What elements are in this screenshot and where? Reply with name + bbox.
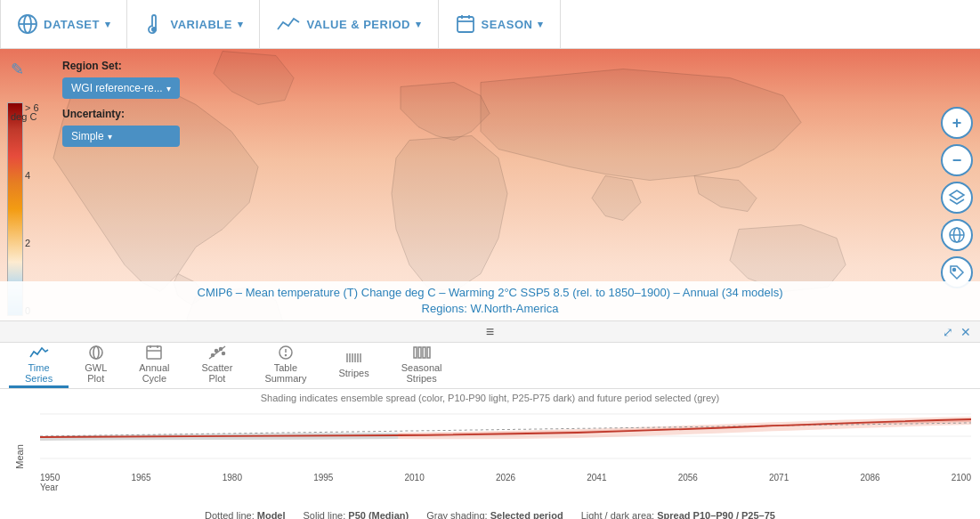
legend-spread: Light / dark area: Spread P10–P90 / P25–… — [581, 510, 775, 519]
tab-table-summary-label: TableSummary — [264, 362, 306, 384]
chart-hint: Shading indicates ensemble spread (color… — [0, 389, 980, 405]
season-label: SEASON — [482, 18, 533, 31]
uncertainty-label: Uncertainty: — [62, 108, 180, 120]
hamburger-icon[interactable]: ≡ — [486, 324, 494, 340]
scatter-plot-icon — [207, 345, 227, 361]
region-set-dropdown[interactable]: WGI reference-re... ▾ — [62, 77, 180, 99]
legend-dotted: Dotted line: Model — [205, 510, 285, 519]
chart-body: Mean 12 4 -4 — [0, 405, 980, 508]
gwl-icon — [86, 345, 106, 361]
svg-rect-34 — [418, 347, 421, 358]
x-label-1965: 1965 — [131, 473, 150, 483]
map-title-line2: Regions: W.North-America — [9, 301, 971, 317]
x-axis-bottom-label: Year — [40, 483, 971, 492]
svg-point-22 — [222, 353, 224, 355]
time-series-icon — [29, 345, 49, 361]
thermometer-icon — [143, 13, 165, 35]
expand-icon[interactable]: ⤢ — [943, 325, 953, 339]
svg-point-3 — [151, 27, 157, 32]
x-label-2056: 2056 — [678, 473, 698, 483]
close-icon[interactable]: ✕ — [960, 325, 971, 339]
value-period-chevron: ▾ — [416, 19, 422, 30]
legend-gray: Gray shading: Selected period — [426, 510, 563, 519]
map-background: > 6 4 2 0 deg C ✎ Region Set: WGI refere… — [0, 49, 980, 320]
svg-rect-4 — [458, 17, 474, 32]
calendar-icon — [455, 13, 476, 35]
svg-point-12 — [953, 269, 956, 272]
layers-button[interactable] — [941, 182, 973, 214]
tab-table-summary[interactable]: TableSummary — [248, 343, 322, 388]
chart-area: Shading indicates ensemble spread (color… — [0, 389, 980, 519]
chart-legend: Dotted line: Model Solid line: P50 (Medi… — [0, 508, 980, 519]
zoom-out-button[interactable]: − — [941, 144, 973, 176]
tab-stripes-label: Stripes — [338, 368, 369, 378]
x-label-1995: 1995 — [313, 473, 333, 483]
x-axis-labels: 1950 1965 1980 1995 2010 2026 2041 2056 … — [40, 473, 971, 483]
scale-label-2: 2 — [25, 238, 39, 248]
variable-chevron: ▾ — [238, 19, 244, 30]
y-axis-label: Mean — [14, 444, 25, 469]
variable-label: VARIABLE — [170, 18, 231, 31]
unit-label: deg C — [11, 111, 36, 122]
chart-svg: 12 4 -4 — [40, 405, 971, 469]
season-chevron: ▾ — [538, 19, 544, 30]
uncertainty-dropdown[interactable]: Simple ▾ — [62, 126, 180, 147]
tab-gwl-plot[interactable]: GWLPlot — [69, 343, 123, 388]
nav-item-value-period[interactable]: VALUE & PERIOD ▾ — [260, 0, 438, 48]
svg-rect-15 — [147, 346, 161, 359]
legend-solid: Solid line: P50 (Median) — [304, 510, 409, 519]
svg-rect-33 — [414, 347, 417, 358]
dataset-label: DATASET — [44, 18, 100, 31]
stripes-icon — [344, 350, 364, 366]
x-label-2071: 2071 — [769, 473, 789, 483]
x-label-2010: 2010 — [405, 473, 425, 483]
chart-line-icon — [276, 13, 301, 35]
region-set-area: Region Set: WGI reference-re... ▾ Uncert… — [62, 60, 180, 147]
tab-annual-cycle[interactable]: AnnualCycle — [123, 343, 185, 388]
bottom-panel: ≡ ⤢ ✕ TimeSeries GWLPlot — [0, 320, 980, 519]
svg-point-13 — [90, 346, 102, 359]
annual-cycle-icon — [144, 345, 164, 361]
layers-icon — [948, 189, 966, 207]
tab-seasonal-stripes-label: SeasonalStripes — [401, 362, 442, 384]
x-label-2100: 2100 — [952, 473, 971, 483]
map-title: CMIP6 – Mean temperature (T) Change deg … — [0, 281, 980, 320]
scale-label-4: 4 — [25, 170, 39, 181]
edit-icon[interactable]: ✎ — [11, 60, 24, 79]
x-label-2041: 2041 — [587, 473, 606, 483]
tab-time-series-label: TimeSeries — [25, 362, 53, 384]
svg-rect-36 — [427, 347, 430, 358]
svg-point-26 — [285, 355, 286, 356]
x-label-2086: 2086 — [860, 473, 879, 483]
nav-item-dataset[interactable]: DATASET ▾ — [0, 0, 127, 48]
region-set-label: Region Set: — [62, 60, 180, 72]
x-label-1950: 1950 — [40, 473, 60, 483]
region-set-value: WGI reference-re... — [71, 82, 163, 94]
map-title-line1: CMIP6 – Mean temperature (T) Change deg … — [9, 285, 971, 301]
tab-time-series[interactable]: TimeSeries — [9, 343, 69, 388]
tab-gwl-label: GWLPlot — [85, 362, 107, 384]
nav-item-variable[interactable]: VARIABLE ▾ — [127, 0, 260, 48]
tab-seasonal-stripes[interactable]: SeasonalStripes — [385, 343, 458, 388]
svg-point-14 — [93, 346, 99, 359]
tab-scatter-plot[interactable]: ScatterPlot — [186, 343, 249, 388]
panel-topbar: ≡ ⤢ ✕ — [0, 321, 980, 343]
x-label-1980: 1980 — [223, 473, 242, 483]
dataset-chevron: ▾ — [105, 19, 111, 30]
tag-icon — [948, 264, 966, 281]
tab-scatter-plot-label: ScatterPlot — [202, 362, 233, 384]
zoom-in-button[interactable]: + — [941, 107, 973, 139]
table-summary-icon — [276, 345, 296, 361]
globe-icon — [17, 13, 38, 35]
tab-annual-cycle-label: AnnualCycle — [139, 362, 169, 384]
uncertainty-value: Simple — [71, 130, 104, 142]
expand-icons: ⤢ ✕ — [943, 325, 971, 339]
map-controls: + − — [941, 107, 973, 288]
globe-view-button[interactable] — [941, 219, 973, 251]
tab-stripes[interactable]: Stripes — [322, 343, 385, 388]
nav-item-season[interactable]: SEASON ▾ — [439, 0, 561, 48]
seasonal-stripes-icon — [412, 345, 432, 361]
globe-view-icon — [948, 226, 966, 244]
uncertainty-arrow: ▾ — [108, 132, 112, 142]
x-label-2026: 2026 — [496, 473, 515, 483]
